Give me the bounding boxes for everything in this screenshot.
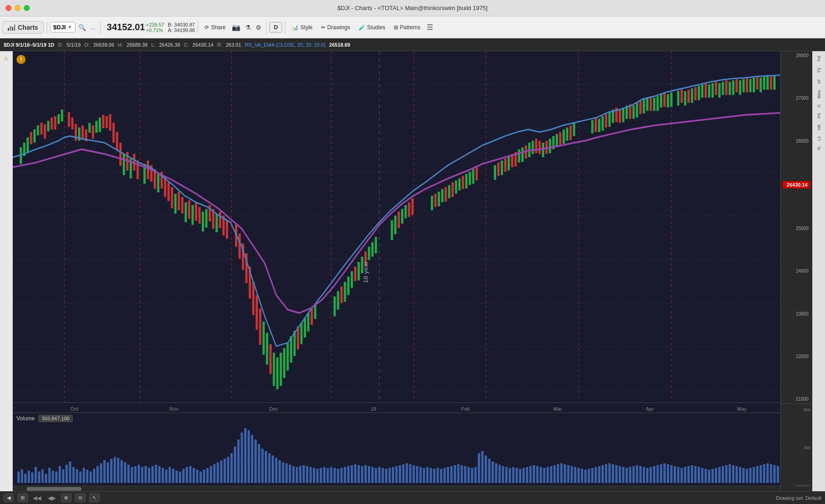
svg-rect-53 bbox=[147, 161, 149, 179]
svg-rect-153 bbox=[556, 134, 558, 146]
cursor-btn[interactable]: ↖ bbox=[89, 493, 100, 502]
svg-rect-249 bbox=[100, 463, 102, 483]
scroll-left-btn[interactable]: ◀ bbox=[4, 493, 14, 502]
symbol-selector[interactable]: $DJI ▼ bbox=[50, 22, 75, 32]
camera-button[interactable]: 📷 bbox=[230, 21, 242, 33]
svg-rect-37 bbox=[88, 123, 91, 133]
maximize-button[interactable] bbox=[24, 5, 30, 11]
patterns-button[interactable]: ⊞ Patterns bbox=[390, 22, 424, 32]
more-options-btn[interactable]: ... bbox=[89, 22, 97, 32]
price-chart[interactable]: ! Hi: 26951.81 Lo: 21712.53 bbox=[13, 51, 780, 402]
svg-rect-102 bbox=[337, 291, 339, 310]
settings-icon-btn[interactable]: ⚙ bbox=[254, 22, 263, 33]
patterns-label: Patterns bbox=[400, 24, 421, 31]
svg-rect-263 bbox=[148, 468, 150, 483]
svg-rect-297 bbox=[265, 451, 267, 483]
svg-rect-134 bbox=[476, 167, 478, 181]
scrollbar[interactable] bbox=[13, 486, 780, 491]
svg-rect-139 bbox=[508, 156, 510, 171]
svg-rect-395 bbox=[601, 465, 604, 483]
right-panel-trd[interactable]: Trd bbox=[816, 53, 822, 64]
right-panel-l2[interactable]: L2 bbox=[816, 134, 822, 144]
svg-rect-321 bbox=[347, 466, 349, 483]
svg-rect-349 bbox=[444, 468, 446, 483]
svg-rect-211 bbox=[773, 75, 776, 90]
scroll-button[interactable]: ⊞ bbox=[17, 493, 28, 502]
right-panel-n[interactable]: N bbox=[816, 144, 822, 153]
toolbar-separator-4 bbox=[266, 21, 267, 34]
svg-rect-311 bbox=[313, 468, 315, 483]
svg-rect-281 bbox=[210, 466, 212, 483]
close-button[interactable] bbox=[5, 5, 11, 11]
zoom-in-btn[interactable]: ⊕ bbox=[61, 493, 71, 502]
svg-rect-316 bbox=[330, 467, 332, 483]
flask-icon-btn[interactable]: ⚗ bbox=[243, 22, 253, 33]
menu-icon-btn[interactable]: ☰ bbox=[425, 21, 435, 33]
svg-rect-244 bbox=[83, 468, 85, 483]
svg-rect-271 bbox=[176, 471, 178, 483]
svg-rect-204 bbox=[749, 79, 751, 92]
svg-rect-267 bbox=[162, 468, 164, 483]
svg-rect-313 bbox=[320, 468, 322, 483]
svg-rect-174 bbox=[643, 99, 645, 113]
studies-button[interactable]: 🧪 Studies bbox=[355, 22, 389, 32]
search-icon-btn[interactable]: 🔍 bbox=[76, 22, 88, 33]
price-axis: 28000 27000 26000 26430.14 25000 24000 2… bbox=[781, 51, 812, 403]
svg-rect-268 bbox=[165, 470, 167, 483]
svg-rect-283 bbox=[217, 462, 219, 483]
ellipsis-icon: ... bbox=[91, 24, 96, 31]
svg-rect-61 bbox=[174, 194, 177, 214]
right-panel-at[interactable]: AT bbox=[816, 76, 822, 87]
chart-container[interactable]: ! Hi: 26951.81 Lo: 21712.53 bbox=[13, 51, 780, 491]
svg-rect-116 bbox=[398, 212, 400, 228]
right-panel-ps[interactable]: PS bbox=[816, 110, 822, 121]
svg-rect-229 bbox=[31, 472, 33, 483]
svg-rect-178 bbox=[657, 97, 659, 111]
next-arrow-dbl[interactable]: ◀▶ bbox=[46, 495, 57, 501]
prev-arrow[interactable]: ◀◀ bbox=[32, 495, 43, 501]
right-panel-db[interactable]: DB bbox=[816, 122, 822, 133]
svg-rect-148 bbox=[539, 141, 541, 154]
svg-rect-292 bbox=[247, 430, 250, 483]
charts-label: Charts bbox=[18, 24, 38, 31]
charts-button[interactable]: Charts bbox=[2, 21, 44, 34]
volume-chart[interactable]: Volume 303,847,100 bbox=[13, 413, 780, 486]
drawings-button[interactable]: ✏ Drawings bbox=[317, 22, 354, 32]
minimize-button[interactable] bbox=[15, 5, 21, 11]
svg-rect-261 bbox=[141, 467, 144, 483]
svg-rect-323 bbox=[354, 464, 356, 483]
zoom-out-btn[interactable]: ⊖ bbox=[75, 493, 86, 502]
style-button[interactable]: 📊 Style bbox=[288, 22, 316, 32]
right-panel-c[interactable]: C bbox=[816, 102, 822, 110]
svg-rect-89 bbox=[276, 357, 279, 389]
svg-rect-156 bbox=[566, 128, 568, 141]
right-panel-ts[interactable]: TS bbox=[816, 65, 822, 76]
svg-rect-104 bbox=[344, 282, 346, 301]
period-button[interactable]: D bbox=[269, 22, 282, 32]
svg-rect-314 bbox=[323, 467, 326, 483]
svg-rect-238 bbox=[62, 469, 64, 483]
svg-rect-298 bbox=[268, 453, 270, 483]
svg-rect-111 bbox=[368, 247, 370, 260]
warning-btn[interactable]: ⚠ bbox=[1, 53, 12, 64]
toolbar-separator-1 bbox=[47, 21, 47, 34]
svg-rect-209 bbox=[766, 75, 769, 90]
svg-rect-253 bbox=[113, 457, 116, 483]
share-button[interactable]: ⟳ Share bbox=[201, 22, 229, 32]
svg-rect-310 bbox=[310, 467, 312, 483]
price-26000: 26000 bbox=[782, 139, 810, 144]
svg-rect-367 bbox=[505, 467, 508, 483]
svg-rect-393 bbox=[595, 467, 597, 483]
scrollbar-thumb[interactable] bbox=[27, 487, 81, 491]
svg-rect-121 bbox=[431, 196, 433, 210]
svg-rect-385 bbox=[567, 465, 569, 483]
svg-rect-301 bbox=[279, 460, 281, 483]
svg-rect-84 bbox=[259, 308, 261, 345]
svg-rect-245 bbox=[86, 470, 88, 483]
svg-rect-39 bbox=[95, 121, 97, 133]
svg-rect-322 bbox=[351, 465, 353, 483]
svg-rect-371 bbox=[519, 469, 521, 483]
svg-rect-207 bbox=[760, 78, 762, 92]
svg-rect-388 bbox=[578, 468, 580, 483]
right-panel-btns[interactable]: Btns bbox=[816, 87, 822, 101]
